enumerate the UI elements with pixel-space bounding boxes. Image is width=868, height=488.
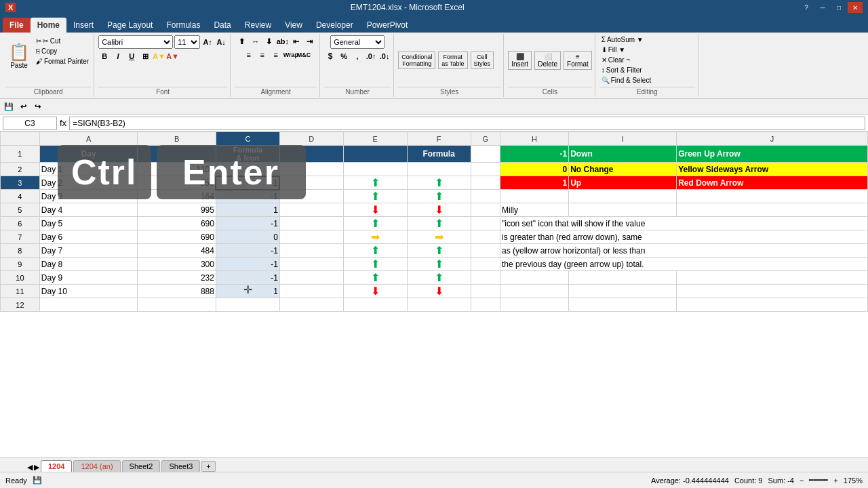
cell-h7[interactable]: is greater than (red arrow down), same — [500, 230, 868, 244]
cell-i1[interactable]: Down — [569, 146, 677, 163]
autosum-button[interactable]: Σ AutoSum ▼ — [599, 35, 646, 44]
help-button[interactable]: ? — [799, 2, 814, 13]
cell-b7[interactable]: 690 — [138, 230, 216, 244]
tab-insert[interactable]: Insert — [66, 18, 100, 33]
cell-j10[interactable] — [677, 271, 868, 285]
cell-i4[interactable] — [569, 190, 677, 203]
tab-developer[interactable]: Developer — [309, 18, 360, 33]
font-color-button[interactable]: A▼ — [166, 50, 178, 62]
add-sheet-button[interactable]: + — [201, 461, 215, 472]
cell-b3[interactable]: 556 — [138, 176, 216, 190]
cell-j3[interactable]: Red Down Arrow — [677, 176, 868, 190]
cell-e2[interactable] — [343, 163, 407, 176]
text-direction-button[interactable]: ab↕ — [277, 35, 289, 47]
cell-g3[interactable] — [471, 176, 500, 190]
align-right-button[interactable]: ≡ — [270, 49, 282, 61]
undo-button[interactable]: ↩ — [17, 101, 29, 113]
col-header-f[interactable]: F — [407, 132, 471, 146]
col-header-e[interactable]: E — [343, 132, 407, 146]
cell-j2[interactable]: Yellow Sideways Arrow — [677, 163, 868, 176]
comma-button[interactable]: , — [351, 50, 363, 62]
cell-b5[interactable]: 995 — [138, 203, 216, 217]
decimal-decrease-button[interactable]: .0↓ — [378, 50, 391, 62]
cell-e12[interactable] — [343, 298, 407, 312]
cell-b8[interactable]: 484 — [138, 244, 216, 258]
cell-b1[interactable] — [138, 146, 216, 163]
cell-c9[interactable]: -1 — [216, 258, 279, 271]
col-header-d[interactable]: D — [279, 132, 343, 146]
prev-sheet-button[interactable]: ◀ — [27, 463, 33, 472]
tab-data[interactable]: Data — [207, 18, 237, 33]
cell-d9[interactable] — [279, 258, 343, 271]
underline-button[interactable]: U — [125, 50, 138, 62]
cell-g11[interactable] — [471, 285, 500, 298]
cell-a7[interactable]: Day 6 — [39, 230, 138, 244]
col-header-j[interactable]: J — [677, 132, 868, 146]
cell-d12[interactable] — [279, 298, 343, 312]
border-button[interactable]: ⊞ — [139, 50, 151, 62]
format-painter-button[interactable]: 🖌Format Painter — [34, 57, 91, 66]
tab-file[interactable]: File — [3, 18, 31, 33]
cell-c12[interactable] — [216, 298, 279, 312]
cell-h10[interactable] — [500, 271, 569, 285]
cell-styles-button[interactable]: CellStyles — [471, 52, 494, 69]
cell-i5[interactable] — [569, 203, 677, 217]
sort-filter-button[interactable]: ↕ Sort & Filter — [599, 66, 644, 75]
cell-g8[interactable] — [471, 244, 500, 258]
tab-formulas[interactable]: Formulas — [159, 18, 207, 33]
formula-input[interactable] — [69, 117, 865, 130]
indent-decrease-button[interactable]: ⇤ — [290, 35, 302, 47]
cell-g4[interactable] — [471, 190, 500, 203]
cell-e9[interactable]: ⬆ — [343, 258, 407, 271]
merge-center-button[interactable]: M&C — [297, 49, 309, 61]
cell-b6[interactable]: 690 — [138, 217, 216, 230]
cell-j5[interactable] — [677, 203, 868, 217]
insert-button[interactable]: ⬛Insert — [508, 51, 532, 70]
cell-a6[interactable]: Day 5 — [39, 217, 138, 230]
tab-view[interactable]: View — [278, 18, 309, 33]
cell-d1[interactable] — [279, 146, 343, 163]
cell-h5[interactable]: Milly — [500, 203, 569, 217]
cell-c2[interactable] — [216, 163, 279, 176]
sheet-tab-1204[interactable]: 1204 — [41, 460, 72, 472]
cell-b11[interactable]: 888 — [138, 285, 216, 298]
cell-f7[interactable]: ➡ — [407, 230, 471, 244]
cell-f8[interactable]: ⬆ — [407, 244, 471, 258]
cell-j1[interactable]: Green Up Arrow — [677, 146, 868, 163]
cell-c4[interactable]: -1 — [216, 190, 279, 203]
cell-a9[interactable]: Day 8 — [39, 258, 138, 271]
align-middle-button[interactable]: ↔ — [250, 35, 262, 47]
cell-f10[interactable]: ⬆ — [407, 271, 471, 285]
decimal-increase-button[interactable]: .0↑ — [365, 50, 377, 62]
cell-e3[interactable]: ⬆ — [343, 176, 407, 190]
cell-b10[interactable]: 232 — [138, 271, 216, 285]
font-name-select[interactable]: Calibri — [98, 35, 173, 49]
cell-e8[interactable]: ⬆ — [343, 244, 407, 258]
save-button[interactable]: 💾 — [3, 101, 15, 113]
col-header-c[interactable]: C — [216, 132, 279, 146]
cell-j4[interactable] — [677, 190, 868, 203]
cell-e5[interactable]: ⬇ — [343, 203, 407, 217]
cell-a11[interactable]: Day 10 — [39, 285, 138, 298]
cell-e4[interactable]: ⬆ — [343, 190, 407, 203]
cell-i10[interactable] — [569, 271, 677, 285]
number-format-select[interactable]: General — [330, 35, 384, 49]
cell-h6[interactable]: "icon set" icon that will show if the va… — [500, 217, 868, 230]
cell-c6[interactable]: -1 — [216, 217, 279, 230]
close-button[interactable]: ✕ — [848, 2, 863, 13]
sheet-tab-sheet2[interactable]: Sheet2 — [122, 460, 161, 472]
redo-button[interactable]: ↪ — [31, 101, 43, 113]
font-grow-button[interactable]: A↑ — [201, 36, 214, 48]
cell-a3[interactable]: Day 2 — [39, 176, 138, 190]
tab-review[interactable]: Review — [238, 18, 278, 33]
cell-e1[interactable] — [343, 146, 407, 163]
cell-g1[interactable] — [471, 146, 500, 163]
col-header-h[interactable]: H — [500, 132, 569, 146]
percent-button[interactable]: % — [338, 50, 350, 62]
cell-c5[interactable]: 1 — [216, 203, 279, 217]
cell-f9[interactable]: ⬆ — [407, 258, 471, 271]
align-bottom-button[interactable]: ⬇ — [263, 35, 275, 47]
indent-increase-button[interactable]: ⇥ — [304, 35, 316, 47]
align-left-button[interactable]: ≡ — [243, 49, 255, 61]
bold-button[interactable]: B — [98, 50, 111, 62]
